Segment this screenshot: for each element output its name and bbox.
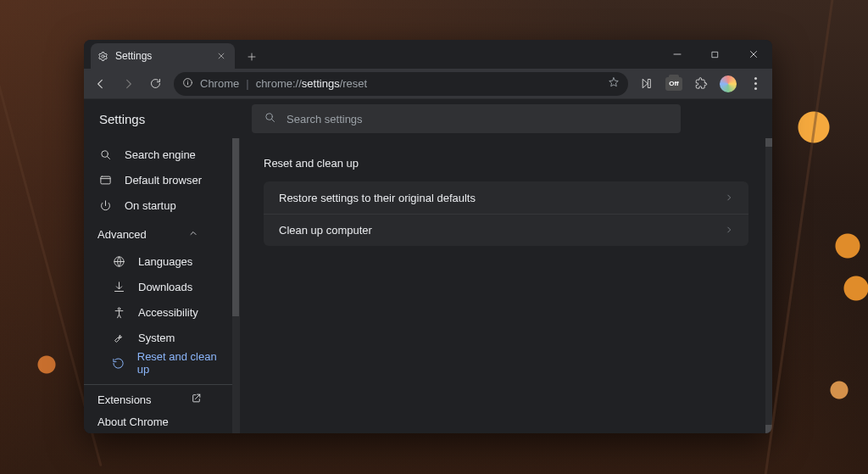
nav-reload-button[interactable] bbox=[143, 72, 167, 96]
tab-close-icon[interactable] bbox=[214, 49, 228, 63]
main-scrollbar[interactable] bbox=[765, 138, 772, 433]
window-maximize-button[interactable] bbox=[696, 40, 734, 69]
sidebar-item-label: System bbox=[138, 332, 175, 344]
address-url: chrome://settings/reset bbox=[256, 77, 368, 90]
chevron-right-icon bbox=[725, 192, 733, 204]
sidebar-item-downloads[interactable]: Downloads bbox=[97, 274, 239, 299]
download-icon bbox=[111, 281, 126, 293]
browser-toolbar: Chrome | chrome://settings/reset Off bbox=[84, 69, 772, 99]
title-bar: Settings bbox=[84, 40, 772, 69]
reset-card: Restore settings to their original defau… bbox=[264, 181, 748, 246]
main-scrollbar-arrow-top[interactable] bbox=[765, 138, 772, 147]
sidebar-item-search-engine[interactable]: Search engine bbox=[84, 142, 239, 167]
sidebar-item-languages[interactable]: Languages bbox=[97, 248, 239, 274]
tab-title: Settings bbox=[115, 50, 152, 62]
row-label: Restore settings to their original defau… bbox=[279, 192, 476, 204]
svg-rect-1 bbox=[712, 52, 717, 57]
settings-page: Settings Search engine Default browser bbox=[84, 99, 772, 433]
sidebar-item-about[interactable]: About Chrome bbox=[84, 411, 239, 433]
globe-icon bbox=[111, 255, 126, 268]
row-clean-up[interactable]: Clean up computer bbox=[264, 214, 748, 246]
sidebar-item-label: Search engine bbox=[125, 148, 196, 161]
sidebar-item-label: Reset and clean up bbox=[137, 350, 225, 376]
section-title: Reset and clean up bbox=[264, 157, 748, 170]
window-close-button[interactable] bbox=[734, 40, 772, 69]
search-icon bbox=[97, 148, 113, 161]
browser-icon bbox=[97, 174, 113, 187]
sidebar-item-label: Default browser bbox=[125, 174, 202, 187]
reset-section: Reset and clean up Restore settings to t… bbox=[240, 138, 772, 265]
sidebar-item-label: On startup bbox=[125, 199, 176, 212]
sidebar-item-on-startup[interactable]: On startup bbox=[84, 192, 239, 218]
settings-main: Reset and clean up Restore settings to t… bbox=[240, 138, 772, 433]
address-bar[interactable]: Chrome | chrome://settings/reset bbox=[174, 72, 628, 96]
external-link-icon bbox=[191, 393, 202, 406]
sidebar-item-label: Extensions bbox=[97, 393, 152, 406]
address-scheme-label: Chrome bbox=[200, 77, 239, 90]
page-header: Settings bbox=[84, 99, 772, 138]
sidebar-item-label: Accessibility bbox=[138, 306, 198, 319]
main-scrollbar-arrow-bottom[interactable] bbox=[765, 425, 772, 433]
chevron-right-icon bbox=[725, 224, 733, 237]
bookmark-star-icon[interactable] bbox=[608, 76, 620, 91]
power-icon bbox=[97, 199, 113, 212]
sidebar-item-default-browser[interactable]: Default browser bbox=[84, 167, 239, 192]
extension-badge-icon[interactable]: Off bbox=[662, 72, 686, 96]
sidebar-item-system[interactable]: System bbox=[97, 325, 239, 350]
chevron-up-icon bbox=[188, 228, 198, 241]
sidebar-scrollbar-thumb[interactable] bbox=[232, 138, 239, 316]
svg-rect-6 bbox=[100, 176, 109, 184]
sidebar-advanced-toggle[interactable]: Advanced bbox=[84, 223, 239, 245]
sidebar-item-label: Languages bbox=[138, 255, 192, 268]
profile-avatar[interactable] bbox=[716, 72, 740, 96]
browser-window: Settings Chrome | chrome://settings/rese… bbox=[84, 40, 772, 433]
nav-forward-button[interactable] bbox=[116, 72, 140, 96]
page-title: Settings bbox=[99, 112, 145, 126]
sidebar-item-label: About Chrome bbox=[97, 415, 169, 428]
extensions-puzzle-icon[interactable] bbox=[689, 72, 713, 96]
window-minimize-button[interactable] bbox=[658, 40, 696, 69]
svg-rect-3 bbox=[648, 80, 650, 88]
row-restore-defaults[interactable]: Restore settings to their original defau… bbox=[264, 181, 748, 214]
sidebar-item-label: Downloads bbox=[138, 281, 192, 293]
sidebar-item-reset[interactable]: Reset and clean up bbox=[97, 350, 239, 376]
page-body: Search engine Default browser On startup… bbox=[84, 138, 772, 433]
browser-tab[interactable]: Settings bbox=[91, 43, 235, 69]
sidebar-item-accessibility[interactable]: Accessibility bbox=[97, 299, 239, 325]
search-icon bbox=[264, 111, 276, 127]
gear-icon bbox=[97, 51, 108, 62]
settings-sidebar: Search engine Default browser On startup… bbox=[84, 138, 240, 433]
sidebar-divider bbox=[84, 384, 239, 385]
nav-back-button[interactable] bbox=[89, 72, 113, 96]
new-tab-button[interactable] bbox=[240, 45, 264, 69]
svg-point-0 bbox=[102, 54, 104, 57]
window-controls bbox=[658, 40, 772, 69]
address-separator: | bbox=[246, 77, 248, 90]
browser-menu-button[interactable] bbox=[743, 72, 767, 96]
sidebar-item-extensions[interactable]: Extensions bbox=[84, 388, 239, 410]
settings-search[interactable] bbox=[252, 104, 681, 133]
settings-search-input[interactable] bbox=[287, 113, 669, 125]
site-info-icon[interactable] bbox=[182, 77, 193, 91]
extension-icon[interactable] bbox=[635, 72, 659, 96]
svg-point-8 bbox=[118, 308, 120, 310]
accessibility-icon bbox=[111, 306, 126, 319]
sidebar-advanced-label: Advanced bbox=[97, 228, 147, 241]
row-label: Clean up computer bbox=[279, 224, 372, 237]
restore-icon bbox=[111, 357, 125, 370]
wrench-icon bbox=[111, 332, 126, 344]
